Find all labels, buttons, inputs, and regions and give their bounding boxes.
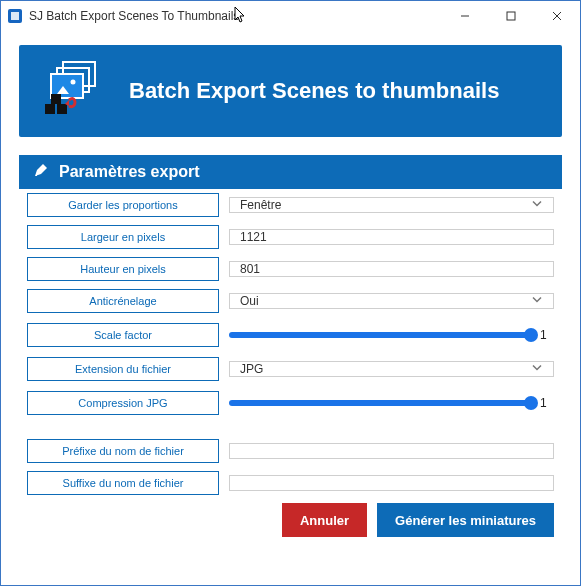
label-file-ext: Extension du fichier xyxy=(27,357,219,381)
svg-point-10 xyxy=(71,80,76,85)
prefix-field[interactable] xyxy=(240,444,543,458)
width-field[interactable] xyxy=(240,230,543,244)
section-header: Paramètres export xyxy=(19,155,562,189)
svg-rect-11 xyxy=(45,104,55,114)
select-value: Oui xyxy=(240,294,259,308)
row-scale-factor: Scale factor 1 xyxy=(27,321,554,349)
input-prefix[interactable] xyxy=(229,443,554,459)
select-file-ext[interactable]: JPG xyxy=(229,361,554,377)
app-window: SJ Batch Export Scenes To Thumbnails xyxy=(0,0,581,586)
slider-scale-factor[interactable]: 1 xyxy=(229,321,554,349)
slider-value: 1 xyxy=(540,396,554,410)
window-title: SJ Batch Export Scenes To Thumbnails xyxy=(29,9,239,23)
input-height[interactable] xyxy=(229,261,554,277)
label-keep-proportions: Garder les proportions xyxy=(27,193,219,217)
row-height: Hauteur en pixels xyxy=(27,257,554,281)
label-antialias: Anticrénelage xyxy=(27,289,219,313)
actions: Annuler Générer les miniatures xyxy=(19,495,562,537)
suffix-field[interactable] xyxy=(240,476,543,490)
window-controls xyxy=(442,1,580,31)
chevron-down-icon xyxy=(531,198,543,213)
banner-icon xyxy=(43,60,109,122)
maximize-button[interactable] xyxy=(488,1,534,31)
app-icon xyxy=(7,8,23,24)
label-prefix: Préfixe du nom de fichier xyxy=(27,439,219,463)
slider-value: 1 xyxy=(540,328,554,342)
chevron-down-icon xyxy=(531,362,543,377)
banner: Batch Export Scenes to thumbnails xyxy=(19,45,562,137)
cancel-button[interactable]: Annuler xyxy=(282,503,367,537)
row-antialias: Anticrénelage Oui xyxy=(27,289,554,313)
minimize-button[interactable] xyxy=(442,1,488,31)
label-suffix: Suffixe du nom de fichier xyxy=(27,471,219,495)
content: Batch Export Scenes to thumbnails Paramè… xyxy=(1,31,580,585)
row-width: Largeur en pixels xyxy=(27,225,554,249)
row-keep-proportions: Garder les proportions Fenêtre xyxy=(27,193,554,217)
banner-title: Batch Export Scenes to thumbnails xyxy=(129,78,499,104)
generate-button[interactable]: Générer les miniatures xyxy=(377,503,554,537)
slider-track[interactable] xyxy=(229,332,536,338)
select-value: JPG xyxy=(240,362,263,376)
slider-thumb[interactable] xyxy=(524,396,538,410)
label-width: Largeur en pixels xyxy=(27,225,219,249)
row-prefix: Préfixe du nom de fichier xyxy=(27,439,554,463)
svg-rect-1 xyxy=(11,12,19,20)
slider-jpg-compression[interactable]: 1 xyxy=(229,389,554,417)
close-button[interactable] xyxy=(534,1,580,31)
select-antialias[interactable]: Oui xyxy=(229,293,554,309)
section-title: Paramètres export xyxy=(59,163,200,181)
titlebar: SJ Batch Export Scenes To Thumbnails xyxy=(1,1,580,31)
cursor-icon xyxy=(233,6,247,27)
label-scale-factor: Scale factor xyxy=(27,323,219,347)
svg-rect-12 xyxy=(57,104,67,114)
select-value: Fenêtre xyxy=(240,198,281,212)
row-suffix: Suffixe du nom de fichier xyxy=(27,471,554,495)
row-jpg-compression: Compression JPG 1 xyxy=(27,389,554,417)
label-jpg-compression: Compression JPG xyxy=(27,391,219,415)
chevron-down-icon xyxy=(531,294,543,309)
input-suffix[interactable] xyxy=(229,475,554,491)
label-height: Hauteur en pixels xyxy=(27,257,219,281)
settings-section: Paramètres export Garder les proportions… xyxy=(19,155,562,537)
pencil-icon xyxy=(33,162,49,182)
row-file-ext: Extension du fichier JPG xyxy=(27,357,554,381)
height-field[interactable] xyxy=(240,262,543,276)
input-width[interactable] xyxy=(229,229,554,245)
select-keep-proportions[interactable]: Fenêtre xyxy=(229,197,554,213)
form: Garder les proportions Fenêtre Largeur e… xyxy=(19,189,562,495)
svg-rect-3 xyxy=(507,12,515,20)
slider-track[interactable] xyxy=(229,400,536,406)
svg-rect-13 xyxy=(51,94,61,104)
slider-thumb[interactable] xyxy=(524,328,538,342)
